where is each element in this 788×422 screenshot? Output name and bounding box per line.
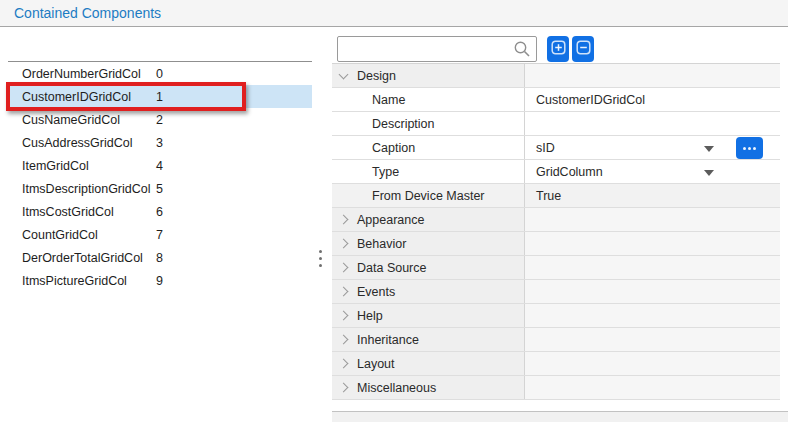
- dropdown-arrow-icon[interactable]: [704, 170, 714, 176]
- property-value: True: [536, 189, 561, 203]
- component-index: 6: [156, 205, 163, 219]
- property-row[interactable]: TypeGridColumn: [332, 160, 780, 184]
- label-cell: From Device Master: [332, 184, 525, 207]
- component-name: CusAddressGridCol: [8, 136, 156, 150]
- list-item[interactable]: CusNameGridCol2: [8, 108, 312, 131]
- dropdown-arrow-icon[interactable]: [704, 146, 714, 152]
- next-panel-edge: [332, 411, 788, 422]
- component-index: 1: [156, 90, 163, 104]
- chevron-right-icon[interactable]: [339, 383, 349, 393]
- value-cell: [525, 280, 780, 303]
- list-item[interactable]: CusAddressGridCol3: [8, 131, 312, 154]
- label-cell: Appearance: [332, 208, 525, 231]
- splitter-handle[interactable]: [317, 246, 323, 270]
- component-index: 8: [156, 251, 163, 265]
- chevron-right-icon[interactable]: [339, 335, 349, 345]
- property-value: CustomerIDGridCol: [536, 93, 645, 107]
- component-index: 4: [156, 159, 163, 173]
- value-cell[interactable]: GridColumn: [525, 160, 780, 183]
- value-cell[interactable]: [525, 112, 780, 135]
- property-search-box: [337, 36, 537, 62]
- list-item[interactable]: CustomerIDGridCol1: [8, 85, 312, 108]
- component-name: CountGridCol: [8, 228, 156, 242]
- property-row[interactable]: Description: [332, 112, 780, 136]
- label-cell: Miscellaneous: [332, 376, 525, 399]
- component-index: 9: [156, 274, 163, 288]
- component-index: 7: [156, 228, 163, 242]
- list-item[interactable]: ItmsCostGridCol6: [8, 200, 312, 223]
- property-label: Description: [372, 117, 435, 131]
- chevron-right-icon[interactable]: [339, 215, 349, 225]
- label-cell: Behavior: [332, 232, 525, 255]
- label-cell: Inheritance: [332, 328, 525, 351]
- list-item[interactable]: OrderNumberGridCol0: [8, 62, 312, 85]
- category-row[interactable]: Inheritance: [332, 328, 780, 352]
- category-label: Inheritance: [357, 333, 419, 347]
- list-item[interactable]: DerOrderTotalGridCol8: [8, 246, 312, 269]
- component-name: OrderNumberGridCol: [8, 67, 156, 81]
- property-value: sID: [536, 141, 555, 155]
- value-cell: [525, 376, 780, 399]
- component-name: CustomerIDGridCol: [8, 90, 156, 104]
- expand-all-button[interactable]: [547, 36, 569, 62]
- label-cell: Name: [332, 88, 525, 111]
- list-item[interactable]: ItmsPictureGridCol9: [8, 269, 312, 292]
- list-item[interactable]: CountGridCol7: [8, 223, 312, 246]
- category-row[interactable]: Events: [332, 280, 780, 304]
- panel-header: Contained Components: [0, 0, 788, 27]
- category-label: Appearance: [357, 213, 424, 227]
- label-cell: Description: [332, 112, 525, 135]
- property-row[interactable]: NameCustomerIDGridCol: [332, 88, 780, 112]
- value-cell[interactable]: sID: [525, 136, 780, 159]
- label-cell: Data Source: [332, 256, 525, 279]
- search-input[interactable]: [338, 37, 522, 61]
- category-label: Help: [357, 309, 383, 323]
- value-cell: [525, 208, 780, 231]
- chevron-right-icon[interactable]: [339, 359, 349, 369]
- chevron-down-icon[interactable]: [339, 70, 349, 80]
- category-row[interactable]: Data Source: [332, 256, 780, 280]
- category-row[interactable]: Appearance: [332, 208, 780, 232]
- property-label: From Device Master: [372, 189, 485, 203]
- property-row[interactable]: From Device MasterTrue: [332, 184, 780, 208]
- property-row[interactable]: CaptionsID: [332, 136, 780, 160]
- category-row[interactable]: Layout: [332, 352, 780, 376]
- component-name: DerOrderTotalGridCol: [8, 251, 156, 265]
- value-cell: [525, 256, 780, 279]
- chevron-right-icon[interactable]: [339, 239, 349, 249]
- category-label: Events: [357, 285, 395, 299]
- category-row[interactable]: Behavior: [332, 232, 780, 256]
- value-cell: [525, 304, 780, 327]
- label-cell: Type: [332, 160, 525, 183]
- value-cell[interactable]: True: [525, 184, 780, 207]
- label-cell: Events: [332, 280, 525, 303]
- category-row[interactable]: Design: [332, 64, 780, 88]
- property-label: Caption: [372, 141, 415, 155]
- component-name: ItmsDescriptionGridCol: [8, 182, 156, 196]
- component-name: ItmsPictureGridCol: [8, 274, 156, 288]
- chevron-right-icon[interactable]: [339, 287, 349, 297]
- component-index: 5: [156, 182, 163, 196]
- list-item[interactable]: ItmsDescriptionGridCol5: [8, 177, 312, 200]
- component-index: 3: [156, 136, 163, 150]
- category-row[interactable]: Help: [332, 304, 780, 328]
- chevron-right-icon[interactable]: [339, 263, 349, 273]
- page-title: Contained Components: [14, 5, 161, 21]
- category-row[interactable]: Miscellaneous: [332, 376, 780, 400]
- chevron-right-icon[interactable]: [339, 311, 349, 321]
- value-cell: [525, 328, 780, 351]
- label-cell: Layout: [332, 352, 525, 375]
- component-index: 2: [156, 113, 163, 127]
- value-cell: [525, 352, 780, 375]
- ellipsis-button[interactable]: [736, 137, 763, 159]
- component-index: 0: [156, 67, 163, 81]
- category-label: Miscellaneous: [357, 381, 436, 395]
- category-label: Layout: [357, 357, 395, 371]
- property-label: Type: [372, 165, 399, 179]
- value-cell[interactable]: CustomerIDGridCol: [525, 88, 780, 111]
- label-cell: Design: [332, 64, 525, 87]
- collapse-all-button[interactable]: [572, 36, 594, 62]
- list-item[interactable]: ItemGridCol4: [8, 154, 312, 177]
- component-name: ItemGridCol: [8, 159, 156, 173]
- component-name: ItmsCostGridCol: [8, 205, 156, 219]
